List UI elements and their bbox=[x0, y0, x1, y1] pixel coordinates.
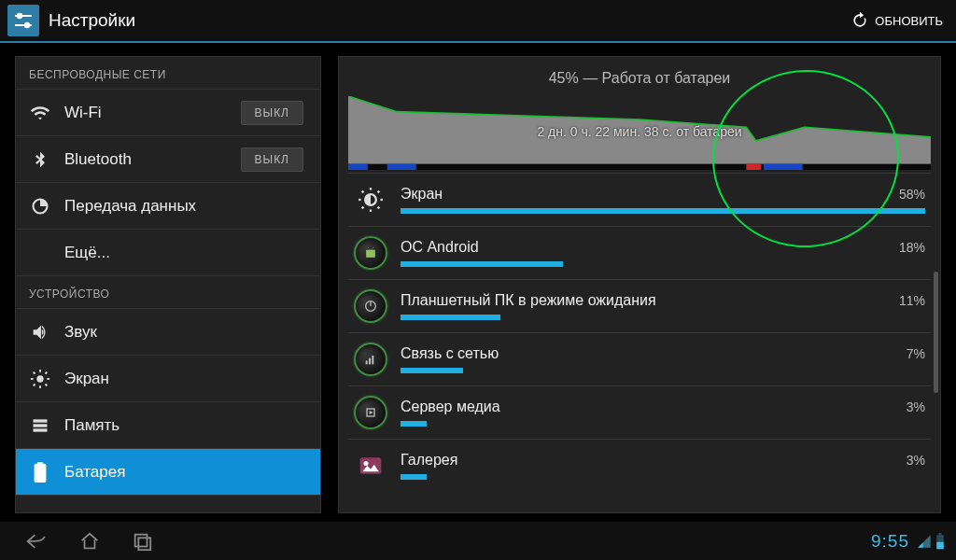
sliders-icon bbox=[12, 9, 35, 32]
wifi-icon bbox=[29, 102, 51, 124]
usage-percent: 58% bbox=[899, 187, 925, 202]
usage-bar bbox=[401, 261, 925, 267]
usage-item-screen[interactable]: Экран 58% bbox=[348, 173, 931, 226]
data-usage-icon bbox=[29, 195, 51, 217]
usage-bar bbox=[401, 368, 925, 373]
sound-icon bbox=[29, 321, 51, 343]
wifi-toggle[interactable]: ВЫКЛ bbox=[241, 101, 304, 125]
usage-percent: 11% bbox=[899, 293, 925, 308]
usage-percent: 18% bbox=[899, 240, 925, 255]
sidebar-item-label: Wi-Fi bbox=[64, 104, 228, 122]
usage-item-gallery[interactable]: Галерея 3% bbox=[348, 439, 931, 492]
svg-line-30 bbox=[362, 207, 364, 209]
power-icon bbox=[354, 289, 387, 323]
settings-app-icon bbox=[7, 5, 39, 36]
svg-line-12 bbox=[34, 384, 35, 385]
svg-point-2 bbox=[18, 14, 21, 18]
signal-status-icon bbox=[917, 534, 932, 549]
sidebar-item-label: Передача данных bbox=[64, 197, 307, 216]
svg-line-11 bbox=[46, 384, 48, 385]
sidebar-item-bluetooth[interactable]: Bluetooth ВЫКЛ bbox=[16, 136, 320, 183]
bluetooth-toggle[interactable]: ВЫКЛ bbox=[241, 147, 304, 172]
usage-percent: 3% bbox=[907, 399, 925, 414]
battery-status-icon bbox=[935, 533, 945, 550]
battery-icon bbox=[29, 461, 51, 483]
svg-rect-15 bbox=[34, 424, 48, 427]
svg-line-10 bbox=[34, 371, 35, 373]
svg-rect-37 bbox=[369, 358, 371, 365]
svg-line-13 bbox=[46, 371, 48, 373]
battery-usage-list[interactable]: Экран 58% ОС Android 18% bbox=[339, 173, 940, 512]
svg-point-5 bbox=[36, 375, 43, 382]
refresh-button[interactable]: ОБНОВИТЬ bbox=[845, 7, 949, 34]
refresh-label: ОБНОВИТЬ bbox=[875, 14, 943, 28]
back-button[interactable] bbox=[11, 522, 63, 560]
battery-graph[interactable]: 2 дн. 0 ч. 22 мин. 38 с. от батареи bbox=[348, 96, 931, 167]
usage-item-tablet-idle[interactable]: Планшетный ПК в режиме ожидания 11% bbox=[348, 279, 931, 332]
usage-item-media-server[interactable]: Сервер медиа 3% bbox=[348, 385, 931, 439]
sidebar-item-sound[interactable]: Звук bbox=[16, 309, 320, 356]
usage-percent: 7% bbox=[907, 346, 925, 361]
usage-name: Связь с сетью bbox=[401, 345, 499, 362]
bluetooth-icon bbox=[29, 148, 51, 171]
sidebar-item-label: Ещё... bbox=[64, 244, 307, 262]
signal-icon bbox=[354, 343, 387, 376]
svg-rect-46 bbox=[936, 541, 944, 549]
usage-name: Планшетный ПК в режиме ожидания bbox=[401, 292, 656, 309]
usage-name: Сервер медиа bbox=[401, 399, 500, 415]
svg-line-28 bbox=[362, 191, 364, 193]
android-icon bbox=[354, 236, 387, 270]
sidebar-item-data-usage[interactable]: Передача данных bbox=[16, 183, 320, 230]
usage-percent: 3% bbox=[907, 453, 925, 468]
status-clock[interactable]: 9:55 bbox=[871, 531, 909, 552]
home-button[interactable] bbox=[63, 522, 116, 560]
svg-point-32 bbox=[368, 248, 370, 250]
usage-bar bbox=[401, 208, 925, 214]
brightness-icon bbox=[29, 368, 51, 390]
svg-line-29 bbox=[378, 207, 380, 209]
usage-name: Галерея bbox=[401, 452, 457, 469]
recent-apps-button[interactable] bbox=[116, 522, 168, 560]
refresh-icon bbox=[851, 11, 869, 30]
system-navbar: 9:55 bbox=[0, 521, 956, 560]
svg-rect-43 bbox=[135, 534, 148, 546]
sidebar-item-display[interactable]: Экран bbox=[16, 356, 320, 402]
main-split: БЕСПРОВОДНЫЕ СЕТИ Wi-Fi ВЫКЛ Bluetooth В… bbox=[0, 43, 956, 521]
battery-panel: 45% — Работа от батареи 2 дн. 0 ч. 22 ми… bbox=[338, 56, 941, 513]
battery-header: 45% — Работа от батареи bbox=[339, 57, 940, 96]
usage-bar bbox=[401, 474, 925, 480]
svg-rect-36 bbox=[366, 360, 368, 364]
media-icon bbox=[354, 396, 387, 429]
svg-point-42 bbox=[364, 461, 369, 466]
sidebar-header-wireless: БЕСПРОВОДНЫЕ СЕТИ bbox=[16, 57, 320, 90]
usage-bar bbox=[401, 421, 925, 427]
action-bar: Настройки ОБНОВИТЬ bbox=[0, 0, 956, 43]
svg-point-33 bbox=[373, 248, 374, 250]
usage-item-android-os[interactable]: ОС Android 18% bbox=[348, 226, 931, 279]
sidebar-item-storage[interactable]: Память bbox=[16, 402, 320, 449]
sidebar-header-device: УСТРОЙСТВО bbox=[16, 276, 320, 309]
sidebar-item-wifi[interactable]: Wi-Fi ВЫКЛ bbox=[16, 90, 320, 136]
svg-rect-47 bbox=[939, 533, 942, 535]
page-title: Настройки bbox=[49, 10, 135, 31]
svg-rect-16 bbox=[34, 428, 48, 431]
status-icons[interactable] bbox=[917, 533, 945, 550]
svg-point-3 bbox=[25, 23, 29, 27]
usage-name: ОС Android bbox=[401, 239, 479, 256]
sidebar-item-battery[interactable]: Батарея bbox=[16, 449, 320, 496]
svg-marker-40 bbox=[370, 411, 373, 414]
sidebar-item-label: Батарея bbox=[64, 463, 307, 482]
storage-icon bbox=[29, 414, 51, 437]
sidebar-item-label: Bluetooth bbox=[64, 150, 228, 169]
settings-sidebar[interactable]: БЕСПРОВОДНЫЕ СЕТИ Wi-Fi ВЫКЛ Bluetooth В… bbox=[15, 56, 321, 513]
usage-item-cell-standby[interactable]: Связь с сетью 7% bbox=[348, 332, 931, 385]
brightness-icon bbox=[354, 183, 387, 217]
sidebar-item-more[interactable]: Ещё... bbox=[16, 230, 320, 276]
usage-bar bbox=[401, 315, 925, 320]
svg-rect-44 bbox=[138, 538, 150, 550]
gallery-icon bbox=[354, 449, 387, 483]
sidebar-item-label: Экран bbox=[64, 370, 307, 388]
sidebar-item-label: Звук bbox=[64, 323, 307, 342]
usage-name: Экран bbox=[401, 186, 443, 203]
battery-graph-caption: 2 дн. 0 ч. 22 мин. 38 с. от батареи bbox=[348, 96, 931, 167]
